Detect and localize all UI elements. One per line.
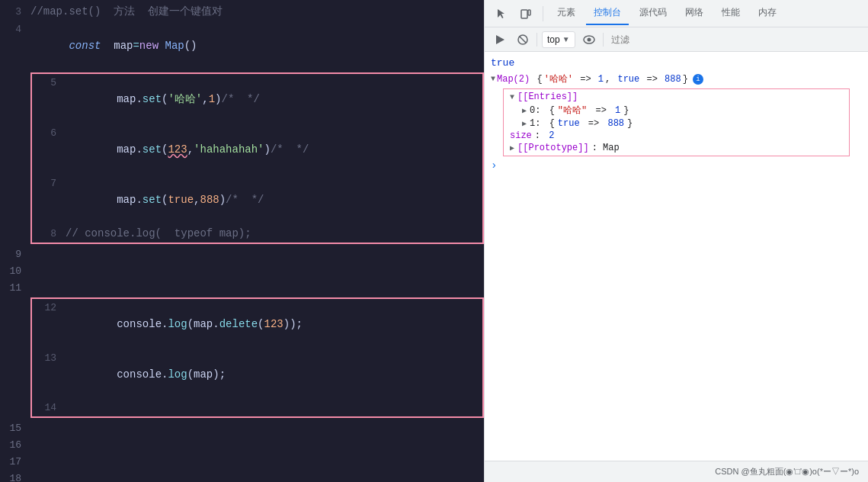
code-line-14: 14 xyxy=(32,400,482,416)
code-text: map.set('哈哈',1)/* */ xyxy=(66,74,476,124)
device-toolbar-button[interactable] xyxy=(515,3,536,24)
svg-rect-0 xyxy=(521,10,527,18)
eye-button[interactable] xyxy=(580,31,598,49)
line-number: 14 xyxy=(35,400,56,416)
inspect-element-button[interactable] xyxy=(491,3,512,24)
info-icon: i xyxy=(693,74,703,85)
code-line-10: 10 xyxy=(0,262,484,279)
run-button[interactable] xyxy=(491,31,509,49)
svg-point-6 xyxy=(587,37,591,41)
map-entries-box: ▼ [[Entries]] ▶ 0: { "哈哈" => 1 } ▶ 1: { … xyxy=(503,88,850,156)
code-text: console.log(map.delete(123)); xyxy=(66,299,476,349)
prototype-row[interactable]: ▶ [[Prototype]] : Map xyxy=(504,142,849,154)
line-number: 7 xyxy=(35,175,56,192)
code-editor: 3 //map.set() 方法 创建一个键值对 4 const map=new… xyxy=(0,0,484,482)
context-selector[interactable]: top ▼ xyxy=(542,31,575,48)
clear-console-button[interactable] xyxy=(514,31,532,49)
console-toolbar: top ▼ xyxy=(485,27,868,52)
entry-1[interactable]: ▶ 1: { true => 888 } xyxy=(504,117,849,130)
toolbar-separator-2 xyxy=(603,33,604,47)
caret-icon: › xyxy=(491,159,497,172)
code-line-7: 7 map.set(true,888)/* */ xyxy=(32,175,482,225)
devtools-panel: 元素 控制台 源代码 网络 性能 内存 top ▼ xyxy=(484,0,868,482)
filter-input[interactable] xyxy=(608,33,862,47)
line-number: 6 xyxy=(35,125,56,142)
tab-console[interactable]: 控制台 xyxy=(586,2,629,25)
code-line-13: 13 console.log(map); xyxy=(32,349,482,400)
red-box-2: 12 console.log(map.delete(123)); 13 cons… xyxy=(30,297,484,418)
tab-performance[interactable]: 性能 xyxy=(714,2,748,25)
code-line-8: 8 // console.log( typeof map); xyxy=(32,225,482,243)
footer-text: CSDN @鱼丸粗面(◉'□'◉)o(*ー▽ー*)o xyxy=(715,466,859,477)
svg-rect-1 xyxy=(528,10,530,15)
code-line-3: 3 //map.set() 方法 创建一个键值对 xyxy=(0,3,484,21)
red-box-1: 5 map.set('哈哈',1)/* */ 6 map.set(123,'ha… xyxy=(30,72,484,244)
code-line-17: 17 xyxy=(0,453,484,470)
line-number: 13 xyxy=(35,350,56,367)
code-text: //map.set() 方法 创建一个键值对 xyxy=(30,3,478,20)
devtools-tab-bar: 元素 控制台 源代码 网络 性能 内存 xyxy=(485,0,868,27)
tab-separator xyxy=(543,6,543,21)
code-text: map.set(true,888)/* */ xyxy=(66,175,476,225)
line-number: 4 xyxy=(0,21,21,38)
line-number: 3 xyxy=(0,4,21,21)
code-line-6: 6 map.set(123,'hahahahah')/* */ xyxy=(32,124,482,175)
code-line-4: 4 const map=new Map() xyxy=(0,21,484,71)
tab-sources[interactable]: 源代码 xyxy=(632,2,674,25)
tab-memory[interactable]: 内存 xyxy=(751,2,784,25)
code-line-12: 12 console.log(map.delete(123)); xyxy=(32,299,482,349)
line-number: 5 xyxy=(35,75,56,92)
entries-header[interactable]: ▼ [[Entries]] xyxy=(504,91,849,103)
line-number: 12 xyxy=(35,300,56,317)
code-line-15: 15 xyxy=(0,419,484,436)
tab-network[interactable]: 网络 xyxy=(677,2,711,25)
svg-line-4 xyxy=(520,36,527,43)
code-text: // console.log( typeof map); xyxy=(66,225,476,242)
code-line-18: 18 xyxy=(0,470,484,482)
console-output: true ▼ Map(2) { '哈哈' => 1 , true => 888 … xyxy=(485,52,868,461)
code-line-9: 9 xyxy=(0,246,484,262)
code-text: const map=new Map() xyxy=(30,21,478,71)
devtools-footer: CSDN @鱼丸粗面(◉'□'◉)o(*ー▽ー*)o xyxy=(485,461,868,482)
line-number: 8 xyxy=(35,226,56,243)
code-text: console.log(map); xyxy=(66,349,476,400)
toolbar-separator xyxy=(536,33,537,47)
map-object-header[interactable]: ▼ Map(2) { '哈哈' => 1 , true => 888 } i xyxy=(485,71,868,87)
tab-elements[interactable]: 元素 xyxy=(549,2,583,25)
top-label: top xyxy=(547,34,560,45)
code-line-16: 16 xyxy=(0,436,484,453)
dropdown-arrow: ▼ xyxy=(562,35,570,43)
code-text: map.set(123,'hahahahah')/* */ xyxy=(66,124,476,175)
svg-marker-2 xyxy=(496,35,504,44)
code-line-11: 11 xyxy=(0,279,484,296)
console-output-true: true xyxy=(485,55,868,71)
code-line-5: 5 map.set('哈哈',1)/* */ xyxy=(32,74,482,124)
entry-0[interactable]: ▶ 0: { "哈哈" => 1 } xyxy=(504,103,849,117)
console-input-area[interactable]: › xyxy=(485,158,868,173)
size-row: size : 2 xyxy=(504,130,849,142)
